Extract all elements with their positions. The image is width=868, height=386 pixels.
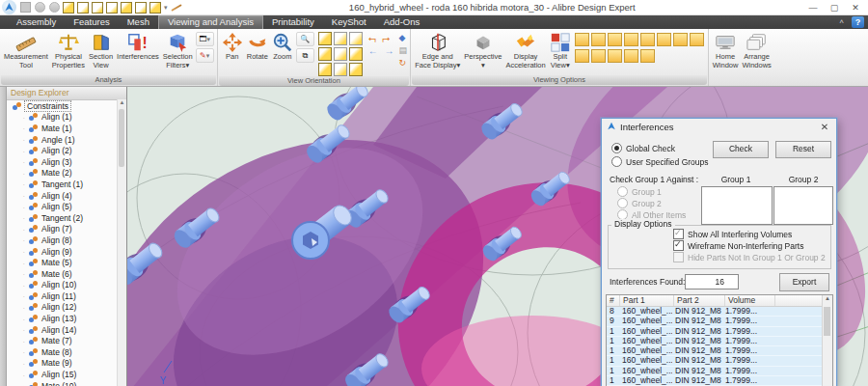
tree-item[interactable]: ∙ Align (10) [7, 280, 126, 291]
display-acceleration-button[interactable]: Display Acceleration [503, 30, 547, 69]
tree-item[interactable]: ∙ Mate (5) [7, 257, 126, 268]
tree-item[interactable]: ∙ Mate (2) [7, 168, 126, 179]
table-scrollbar[interactable]: ▲ [822, 295, 832, 386]
close-button[interactable]: ✕ [845, 1, 866, 14]
selection-filters-button[interactable]: Selection Filters▾ [161, 30, 195, 69]
tree-item[interactable]: ∙ Align (9) [7, 246, 126, 258]
tree-item[interactable]: ∙ Mate (6) [7, 268, 126, 280]
tree-item[interactable]: ∙ Tangent (2) [7, 212, 126, 224]
filter-option-icon[interactable]: 🗔▾ [196, 32, 214, 46]
tree-root-constraints[interactable]: Constraints [7, 100, 126, 112]
col-header-part1[interactable]: Part 1 [620, 295, 674, 306]
tree-item[interactable]: ∙ Mate (1) [7, 123, 126, 134]
table-row[interactable]: 1 160_wheel_... DIN 912_M8 ... 1.7999... [607, 327, 832, 337]
exploded-view-icon[interactable] [640, 49, 655, 63]
view-top-icon[interactable] [121, 2, 132, 14]
physical-properties-button[interactable]: Physical Properties [50, 30, 87, 69]
table-row[interactable]: 1 160_wheel_... DIN 912_M8 ... 1.7999... [607, 376, 832, 386]
tab-keyshot[interactable]: KeyShot [323, 15, 375, 29]
save-icon[interactable] [19, 2, 31, 13]
step-back-forward-icons[interactable]: ← → [368, 46, 396, 55]
camera-views-icon[interactable]: ▤ [399, 45, 408, 55]
group2-listbox[interactable] [773, 186, 833, 225]
tab-mesh[interactable]: Mesh [119, 15, 158, 29]
rotate-button[interactable]: Rotate [245, 30, 270, 62]
table-row[interactable]: 1 160_wheel_... DIN 912_M8 ... 1.7999... [607, 367, 832, 376]
home-window-button[interactable]: Home Window [711, 30, 741, 69]
wireframe-noninterfering-checkbox[interactable]: Wireframe Non-Interfering Parts [673, 240, 803, 251]
table-row[interactable]: 9 160_wheel_... DIN 912_M8 ... 1.7999... [607, 317, 832, 326]
tree-item[interactable]: ∙ Align (3) [7, 156, 126, 168]
tree-item[interactable]: ∙ Align (15) [7, 369, 126, 380]
tree-item[interactable]: ∙ Mate (8) [7, 346, 126, 358]
show-planes-icon[interactable] [591, 33, 606, 46]
tree-item[interactable]: ∙ Mate (7) [7, 335, 126, 346]
measurement-tool-button[interactable]: Measurement Tool [2, 30, 50, 69]
maximize-button[interactable]: ▢ [824, 1, 845, 14]
view-cube-icon[interactable] [349, 32, 363, 45]
tree-item[interactable]: ∙ Align (8) [7, 234, 126, 246]
tree-item[interactable]: ∙ Align (13) [7, 313, 126, 324]
global-check-radio[interactable]: Global Check [611, 143, 675, 153]
view-cube-icon[interactable] [334, 47, 347, 61]
zoom-fit-icon[interactable]: 🔍 [296, 32, 314, 46]
tree-item[interactable]: ∙ Align (12) [7, 302, 126, 314]
tree-item[interactable]: ∙ Align (4) [7, 190, 126, 202]
section-view-button[interactable]: Section View [87, 30, 115, 69]
check-button[interactable]: Check [713, 141, 769, 158]
show-axes-icon[interactable] [608, 33, 622, 46]
tree-item[interactable]: ∙ Align (1) [7, 112, 126, 124]
view-cube-icon[interactable] [334, 32, 347, 45]
show-interfering-volumes-checkbox[interactable]: Show All Interfering Volumes [673, 229, 792, 239]
collapse-ribbon-icon[interactable]: ˄ [839, 15, 844, 29]
tree-item[interactable]: ∙ Align (11) [7, 290, 126, 302]
view-cube-icon[interactable] [334, 63, 347, 76]
view-cube-icon[interactable] [349, 47, 363, 61]
show-origins-icon[interactable] [575, 33, 589, 46]
arrange-windows-button[interactable]: Arrange Windows [740, 30, 773, 69]
dialog-title-bar[interactable]: Interferences ✕ [602, 119, 836, 134]
tree-item[interactable]: ∙ Mate (10) [7, 380, 126, 386]
export-button[interactable]: Export [779, 273, 829, 291]
table-row[interactable]: 1 160_wheel_... DIN 912_M8 ... 1.7999... [607, 337, 832, 346]
show-parts-icon[interactable] [591, 49, 606, 63]
view-back-icon[interactable] [77, 2, 89, 14]
align-view-icon[interactable]: ◆ [399, 33, 408, 42]
alibre-logo-icon[interactable] [2, 0, 16, 14]
interferences-button[interactable]: ! Interferences [115, 30, 161, 62]
view-front-icon[interactable] [63, 2, 74, 14]
view-cube-icon[interactable] [318, 32, 332, 45]
spin-icon[interactable]: ↻ [399, 58, 408, 68]
table-row[interactable]: 1 160_wheel_... DIN 912_M8 ... 1.7999... [607, 346, 832, 356]
view-right-icon[interactable] [106, 2, 118, 14]
redo-icon[interactable] [48, 2, 60, 13]
filter-color-icon[interactable]: ✎▾ [196, 48, 214, 63]
tab-add-ons[interactable]: Add-Ons [375, 15, 429, 29]
col-header-volume[interactable]: Volume [725, 295, 775, 306]
tree-item[interactable]: ∙ Align (2) [7, 145, 126, 156]
edge-face-display-button[interactable]: Edge and Face Display▾ [413, 30, 462, 69]
hide-parts-icon[interactable] [575, 49, 589, 63]
explorer-scrollbar[interactable]: ▲ [117, 99, 126, 386]
view-bottom-icon[interactable] [135, 2, 147, 14]
split-view-button[interactable]: Split View▾ [548, 30, 573, 69]
user-specified-groups-radio[interactable]: User Specified Groups [611, 156, 709, 167]
view-cube-icon[interactable] [349, 63, 363, 76]
rotate-left-icon[interactable]: ⮢ ⮣ [368, 34, 396, 42]
view-cube-icon[interactable] [318, 47, 332, 61]
group1-listbox[interactable] [701, 186, 773, 225]
show-sketches-icon[interactable] [624, 33, 638, 46]
measure-icon[interactable] [171, 2, 182, 13]
tree-item[interactable]: ∙ Align (5) [7, 201, 126, 212]
undo-icon[interactable] [34, 2, 45, 13]
zoom-window-icon[interactable]: ⧉ [296, 48, 314, 63]
zoom-button[interactable]: Zoom [270, 30, 295, 62]
isolate-icon[interactable] [608, 49, 622, 63]
transparency-icon[interactable] [624, 49, 638, 63]
table-row[interactable]: 1 160_wheel_... DIN 912_M8 ... 1.7999... [607, 356, 832, 366]
help-icon[interactable]: ? [852, 16, 864, 28]
perspective-button[interactable]: Perspective ▾ [462, 30, 503, 69]
view-dropdown-icon[interactable]: ▾ [164, 4, 168, 12]
table-row[interactable]: 8 160_wheel_... DIN 912_M8 ... 1.7999... [607, 307, 832, 317]
tab-features[interactable]: Features [65, 15, 119, 29]
